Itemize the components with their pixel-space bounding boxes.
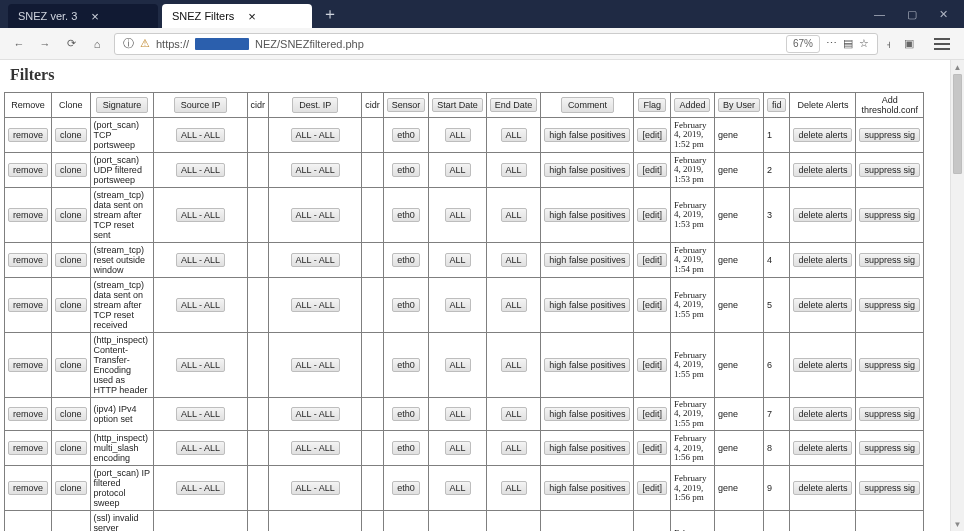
remove-button[interactable]: remove: [8, 481, 48, 495]
scrollbar-thumb[interactable]: [953, 74, 962, 174]
remove-button[interactable]: remove: [8, 441, 48, 455]
clone-button[interactable]: clone: [55, 441, 87, 455]
added-header-button[interactable]: Added: [674, 98, 710, 112]
end-date-button[interactable]: ALL: [501, 481, 527, 495]
sensor-button[interactable]: eth0: [392, 208, 420, 222]
end-date-button[interactable]: ALL: [501, 358, 527, 372]
scroll-up-icon[interactable]: ▲: [951, 60, 964, 74]
flag-header-button[interactable]: Flag: [638, 98, 666, 112]
dest-ip-button[interactable]: ALL - ALL: [291, 128, 340, 142]
comment-button[interactable]: high false positives: [544, 163, 630, 177]
scroll-down-icon[interactable]: ▼: [951, 517, 964, 531]
edit-flag-button[interactable]: [edit]: [637, 298, 667, 312]
signature-header-button[interactable]: Signature: [96, 97, 149, 113]
end-date-button[interactable]: ALL: [501, 163, 527, 177]
remove-button[interactable]: remove: [8, 358, 48, 372]
remove-button[interactable]: remove: [8, 253, 48, 267]
end-date-button[interactable]: ALL: [501, 441, 527, 455]
source-ip-button[interactable]: ALL - ALL: [176, 128, 225, 142]
sidebar-icon[interactable]: ▣: [904, 37, 914, 50]
library-icon[interactable]: ⫞: [886, 38, 892, 50]
dest-ip-button[interactable]: ALL - ALL: [291, 358, 340, 372]
sensor-button[interactable]: eth0: [392, 358, 420, 372]
start-date-button[interactable]: ALL: [445, 358, 471, 372]
source-ip-button[interactable]: ALL - ALL: [176, 481, 225, 495]
start-date-button[interactable]: ALL: [445, 208, 471, 222]
sensor-button[interactable]: eth0: [392, 441, 420, 455]
home-icon[interactable]: ⌂: [88, 35, 106, 53]
remove-button[interactable]: remove: [8, 128, 48, 142]
source-ip-button[interactable]: ALL - ALL: [176, 253, 225, 267]
close-icon[interactable]: ×: [248, 9, 256, 24]
forward-icon[interactable]: →: [36, 35, 54, 53]
end-date-button[interactable]: ALL: [501, 407, 527, 421]
start-date-button[interactable]: ALL: [445, 163, 471, 177]
remove-button[interactable]: remove: [8, 298, 48, 312]
end-date-header-button[interactable]: End Date: [490, 98, 538, 112]
sensor-button[interactable]: eth0: [392, 253, 420, 267]
delete-alerts-button[interactable]: delete alerts: [793, 298, 852, 312]
sensor-button[interactable]: eth0: [392, 128, 420, 142]
sensor-button[interactable]: eth0: [392, 481, 420, 495]
start-date-button[interactable]: ALL: [445, 407, 471, 421]
bookmark-icon[interactable]: ☆: [859, 37, 869, 50]
sensor-button[interactable]: eth0: [392, 163, 420, 177]
clone-button[interactable]: clone: [55, 481, 87, 495]
clone-button[interactable]: clone: [55, 407, 87, 421]
clone-button[interactable]: clone: [55, 298, 87, 312]
reader-view-icon[interactable]: ▤: [843, 37, 853, 50]
comment-button[interactable]: high false positives: [544, 208, 630, 222]
menu-icon[interactable]: [934, 34, 954, 54]
source-ip-button[interactable]: ALL - ALL: [176, 208, 225, 222]
dest-ip-button[interactable]: ALL - ALL: [291, 481, 340, 495]
edit-flag-button[interactable]: [edit]: [637, 128, 667, 142]
remove-button[interactable]: remove: [8, 208, 48, 222]
delete-alerts-button[interactable]: delete alerts: [793, 441, 852, 455]
reload-icon[interactable]: ⟳: [62, 35, 80, 53]
comment-button[interactable]: high false positives: [544, 441, 630, 455]
suppress-sig-button[interactable]: suppress sig: [859, 163, 920, 177]
edit-flag-button[interactable]: [edit]: [637, 481, 667, 495]
end-date-button[interactable]: ALL: [501, 253, 527, 267]
fid-header-button[interactable]: fid: [767, 98, 787, 112]
end-date-button[interactable]: ALL: [501, 298, 527, 312]
comment-button[interactable]: high false positives: [544, 481, 630, 495]
end-date-button[interactable]: ALL: [501, 208, 527, 222]
dest-ip-button[interactable]: ALL - ALL: [291, 441, 340, 455]
close-window-icon[interactable]: ✕: [939, 8, 948, 21]
sensor-button[interactable]: eth0: [392, 298, 420, 312]
back-icon[interactable]: ←: [10, 35, 28, 53]
dest-ip-button[interactable]: ALL - ALL: [291, 407, 340, 421]
clone-button[interactable]: clone: [55, 253, 87, 267]
comment-header-button[interactable]: Comment: [561, 97, 614, 113]
comment-button[interactable]: high false positives: [544, 253, 630, 267]
edit-flag-button[interactable]: [edit]: [637, 208, 667, 222]
maximize-icon[interactable]: ▢: [907, 8, 917, 21]
start-date-header-button[interactable]: Start Date: [432, 98, 483, 112]
start-date-button[interactable]: ALL: [445, 481, 471, 495]
delete-alerts-button[interactable]: delete alerts: [793, 253, 852, 267]
delete-alerts-button[interactable]: delete alerts: [793, 358, 852, 372]
comment-button[interactable]: high false positives: [544, 358, 630, 372]
suppress-sig-button[interactable]: suppress sig: [859, 208, 920, 222]
start-date-button[interactable]: ALL: [445, 253, 471, 267]
vertical-scrollbar[interactable]: ▲ ▼: [950, 60, 964, 531]
comment-button[interactable]: high false positives: [544, 298, 630, 312]
source-ip-button[interactable]: ALL - ALL: [176, 163, 225, 177]
suppress-sig-button[interactable]: suppress sig: [859, 407, 920, 421]
start-date-button[interactable]: ALL: [445, 441, 471, 455]
close-icon[interactable]: ×: [91, 9, 99, 24]
edit-flag-button[interactable]: [edit]: [637, 358, 667, 372]
dest-ip-button[interactable]: ALL - ALL: [291, 163, 340, 177]
suppress-sig-button[interactable]: suppress sig: [859, 441, 920, 455]
remove-button[interactable]: remove: [8, 407, 48, 421]
minimize-icon[interactable]: —: [874, 8, 885, 20]
delete-alerts-button[interactable]: delete alerts: [793, 407, 852, 421]
delete-alerts-button[interactable]: delete alerts: [793, 163, 852, 177]
sensor-header-button[interactable]: Sensor: [387, 98, 426, 112]
delete-alerts-button[interactable]: delete alerts: [793, 481, 852, 495]
suppress-sig-button[interactable]: suppress sig: [859, 253, 920, 267]
info-icon[interactable]: ⓘ: [123, 36, 134, 51]
remove-button[interactable]: remove: [8, 163, 48, 177]
source-ip-button[interactable]: ALL - ALL: [176, 358, 225, 372]
